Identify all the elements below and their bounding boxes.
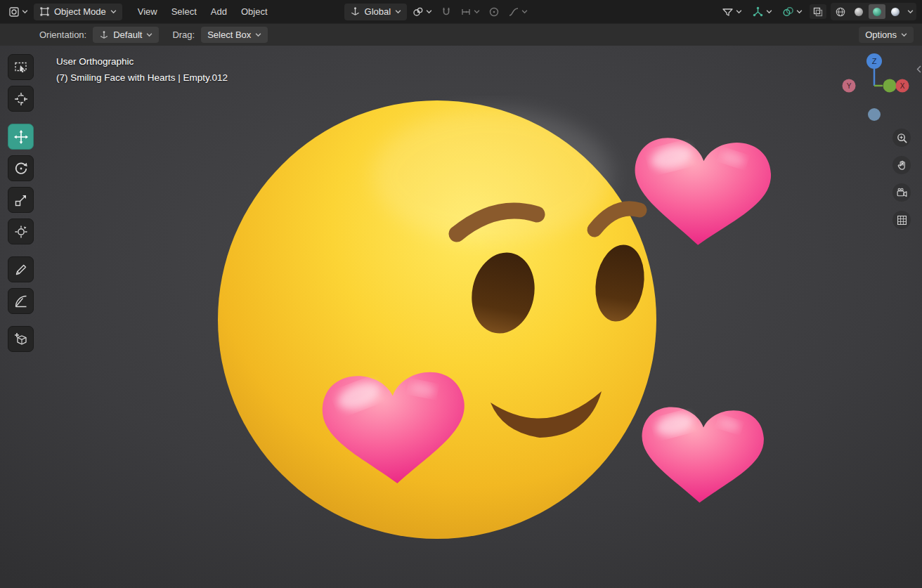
transform-orientation-icon: [350, 6, 361, 17]
chevron-down-icon: [474, 9, 480, 14]
shading-solid-button[interactable]: [850, 4, 867, 19]
annotate-pencil-icon: [13, 262, 29, 277]
orientation-label: Global: [365, 6, 391, 17]
show-overlays-dropdown[interactable]: [779, 4, 805, 20]
xray-toggle-button[interactable]: [810, 4, 826, 19]
chevron-down-icon: [736, 9, 742, 14]
snap-toggle-button[interactable]: [438, 4, 455, 20]
tool-shelf: [8, 54, 34, 358]
chevron-down-icon: [22, 9, 28, 14]
viewport-scene[interactable]: [0, 46, 922, 588]
measure-icon: [13, 294, 29, 309]
snap-target-icon: [460, 6, 472, 18]
viewport-3d[interactable]: User Orthographic (7) Smiling Face with …: [0, 46, 922, 588]
chevron-down-icon: [255, 32, 261, 37]
orientation-settings-label: Orientation:: [39, 30, 86, 40]
menu-add[interactable]: Add: [204, 3, 234, 20]
gizmo-axis-z-neg[interactable]: [868, 108, 881, 121]
shading-wireframe-button[interactable]: [832, 4, 849, 19]
ortho-perspective-button[interactable]: [892, 211, 911, 229]
solid-icon: [853, 6, 864, 18]
drag-mode-dropdown[interactable]: Select Box: [201, 27, 268, 43]
gizmo-y-label: Y: [847, 82, 852, 90]
tool-cursor[interactable]: [8, 86, 34, 112]
pan-button[interactable]: [892, 156, 911, 174]
tool-move[interactable]: [8, 124, 34, 150]
orientation-default-icon: [99, 30, 109, 40]
editor-type-icon: [8, 6, 20, 18]
rendered-icon: [890, 6, 901, 18]
drag-value: Select Box: [207, 30, 251, 40]
gizmo-z-label: Z: [872, 57, 877, 65]
falloff-dropdown[interactable]: [505, 4, 531, 20]
cursor-3d-icon: [13, 91, 29, 107]
viewport-nav-controls: [892, 129, 911, 229]
emoji-face-object[interactable]: [218, 100, 656, 539]
camera-view-button[interactable]: [892, 183, 911, 202]
header-left-group: Object Mode View Select Add Object: [6, 3, 275, 20]
overlays-toggle-icon: [782, 6, 794, 18]
tool-scale[interactable]: [8, 187, 34, 213]
chevron-down-icon: [395, 9, 401, 14]
falloff-curve-icon: [508, 6, 519, 18]
show-gizmos-dropdown[interactable]: [749, 4, 775, 20]
drag-settings-label: Drag:: [172, 30, 195, 40]
options-dropdown[interactable]: Options: [859, 27, 914, 43]
pivot-point-dropdown[interactable]: [410, 4, 435, 20]
menu-view[interactable]: View: [131, 3, 164, 20]
tool-transform[interactable]: [8, 218, 34, 244]
options-label: Options: [865, 30, 897, 40]
sidebar-collapse-arrow[interactable]: [915, 60, 922, 78]
tool-annotate[interactable]: [8, 256, 34, 282]
zoom-button[interactable]: [892, 129, 911, 147]
tool-select-box[interactable]: [8, 54, 34, 80]
object-visibility-icon: [722, 6, 734, 18]
tool-measure[interactable]: [8, 288, 34, 314]
orientation-value: Default: [113, 30, 142, 40]
chevron-down-icon: [901, 32, 907, 37]
shading-mode-group: [831, 3, 916, 20]
material-preview-icon: [871, 6, 883, 18]
snap-target-dropdown[interactable]: [457, 4, 483, 20]
gizmo-axis-y-neg[interactable]: [883, 79, 897, 93]
shading-rendered-button[interactable]: [887, 4, 904, 19]
select-box-icon: [13, 60, 29, 75]
viewport-overlay-text: User Orthographic (7) Smiling Face with …: [56, 53, 228, 86]
grid-ortho-icon: [896, 214, 908, 226]
proportional-editing-button[interactable]: [486, 4, 502, 20]
menu-object[interactable]: Object: [234, 3, 275, 20]
wireframe-icon: [835, 6, 846, 18]
move-icon: [13, 129, 29, 145]
proportional-editing-icon: [488, 6, 500, 18]
mode-dropdown[interactable]: Object Mode: [34, 4, 122, 20]
tool-add-cube[interactable]: [8, 326, 34, 352]
xray-toggle-icon: [812, 6, 824, 18]
shading-options-dropdown[interactable]: [905, 4, 915, 19]
camera-view-icon: [896, 187, 908, 199]
menu-select[interactable]: Select: [164, 3, 204, 20]
gizmo-x-label: X: [900, 82, 905, 90]
shading-material-button[interactable]: [869, 4, 885, 19]
zoom-icon: [896, 132, 908, 144]
header-right-group: [719, 3, 916, 20]
chevron-down-icon: [110, 9, 117, 14]
magnet-icon: [441, 6, 452, 18]
chevron-down-icon: [521, 9, 528, 14]
viewport-header: Object Mode View Select Add Object Globa…: [0, 0, 922, 23]
add-cube-icon: [13, 332, 29, 347]
chevron-down-icon: [426, 9, 432, 14]
object-mode-icon: [39, 6, 50, 17]
transform-icon: [13, 224, 29, 240]
mode-label: Object Mode: [54, 6, 106, 17]
tool-settings-bar: Orientation: Default Drag: Select Box Op…: [0, 23, 922, 46]
active-object-text: (7) Smiling Face with Hearts | Empty.012: [56, 70, 228, 86]
orientation-default-dropdown[interactable]: Default: [93, 27, 159, 43]
editor-type-button[interactable]: [6, 4, 31, 20]
rotate-icon: [13, 161, 29, 176]
chevron-down-icon: [766, 9, 772, 14]
navigation-gizmo[interactable]: Z Y X: [838, 53, 915, 130]
transform-orientation-dropdown[interactable]: Global: [344, 4, 408, 20]
tool-rotate[interactable]: [8, 155, 34, 181]
header-center-group: Global: [344, 4, 531, 20]
object-visibility-dropdown[interactable]: [719, 4, 745, 20]
